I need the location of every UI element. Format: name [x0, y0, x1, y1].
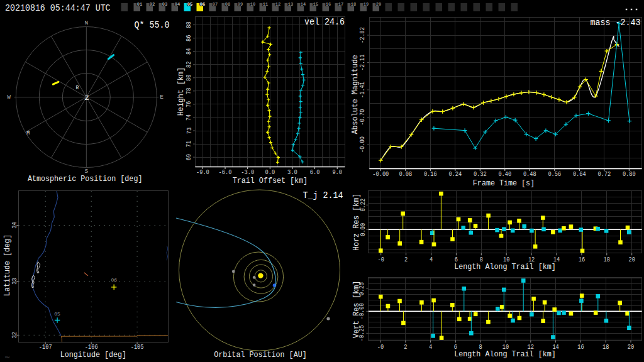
svg-text:14: 14 [301, 2, 306, 7]
svg-text:-2.82: -2.82 [358, 27, 366, 43]
svg-text:Latitude [deg]: Latitude [deg] [3, 234, 12, 296]
svg-text:76: 76 [186, 101, 193, 107]
svg-text:E: E [160, 94, 164, 101]
svg-text:0.56: 0.56 [548, 170, 561, 178]
svg-text:15: 15 [313, 2, 318, 7]
svg-text:Atmospheric Position [deg]: Atmospheric Position [deg] [28, 174, 143, 184]
svg-text:Q* 55.0: Q* 55.0 [135, 20, 170, 30]
svg-text:07: 07 [213, 2, 218, 7]
svg-text:05: 05 [187, 2, 192, 7]
svg-text:73: 73 [186, 128, 193, 134]
svg-text:-0.00: -0.00 [372, 170, 389, 178]
svg-text:03: 03 [162, 2, 167, 7]
svg-text:2: 2 [404, 343, 407, 351]
svg-text:18: 18 [602, 343, 609, 351]
svg-text:4: 4 [430, 256, 433, 263]
svg-text:05: 05 [54, 311, 60, 317]
svg-text:80: 80 [186, 75, 193, 81]
svg-text:0.16: 0.16 [424, 170, 437, 178]
svg-text:9.0: 9.0 [332, 168, 342, 176]
svg-text:01: 01 [137, 2, 142, 7]
svg-text:71: 71 [186, 141, 193, 147]
svg-text:0.32: 0.32 [474, 170, 487, 178]
svg-text:06: 06 [111, 277, 117, 283]
svg-text:vel 24.6: vel 24.6 [304, 17, 345, 27]
svg-text:4: 4 [429, 343, 432, 351]
svg-text:W: W [7, 94, 11, 101]
svg-text:0.64: 0.64 [573, 170, 586, 178]
svg-text:R: R [76, 85, 79, 90]
svg-text:20: 20 [376, 2, 381, 7]
svg-text:M: M [26, 130, 30, 136]
svg-text:-105: -105 [131, 343, 144, 351]
svg-text:Z: Z [85, 94, 89, 102]
svg-text:06: 06 [200, 2, 205, 7]
svg-text:Trail Offset [km]: Trail Offset [km] [233, 176, 308, 185]
svg-text:32: 32 [11, 332, 18, 338]
svg-text:16: 16 [577, 343, 584, 351]
svg-text:08: 08 [225, 2, 230, 7]
svg-text:3.0: 3.0 [287, 168, 297, 176]
svg-text:0.48: 0.48 [523, 170, 536, 178]
svg-text:Absolute Magnitude: Absolute Magnitude [350, 55, 360, 134]
svg-text:-0: -0 [378, 256, 384, 263]
svg-text:12: 12 [275, 2, 280, 7]
svg-text:18: 18 [604, 256, 610, 263]
svg-text:86: 86 [186, 35, 193, 41]
svg-text:20: 20 [628, 343, 634, 351]
svg-text:-3.0: -3.0 [241, 168, 254, 176]
svg-text:N: N [84, 19, 88, 26]
svg-text:6.0: 6.0 [310, 168, 320, 176]
svg-text:-0.00: -0.00 [358, 136, 366, 153]
svg-text:88: 88 [186, 21, 193, 28]
svg-text:Longitude [deg]: Longitude [deg] [60, 350, 126, 359]
svg-text:Length Along Trail [km]: Length Along Trail [km] [454, 262, 556, 272]
svg-text:mw: mw [5, 355, 10, 359]
svg-text:16: 16 [579, 256, 585, 263]
svg-text:0.24: 0.24 [448, 170, 462, 178]
svg-text:78: 78 [186, 88, 193, 94]
svg-text:Horz Res [km]: Horz Res [km] [352, 194, 362, 251]
svg-text:Length Along Trail [km]: Length Along Trail [km] [454, 349, 556, 359]
svg-text:04: 04 [175, 2, 180, 7]
svg-text:mass -2.43: mass -2.43 [591, 18, 641, 28]
svg-text:-107: -107 [39, 343, 52, 351]
svg-text:84: 84 [186, 48, 193, 55]
svg-text:-9.0: -9.0 [196, 168, 209, 176]
svg-text:Vert Res [km]: Vert Res [km] [352, 281, 361, 338]
svg-text:0.40: 0.40 [498, 170, 511, 178]
svg-text:16: 16 [326, 2, 331, 7]
svg-text:74: 74 [186, 114, 193, 121]
svg-text:13: 13 [288, 2, 293, 7]
svg-text:-0: -0 [377, 343, 384, 351]
svg-text:0.0: 0.0 [265, 168, 275, 176]
svg-text:02: 02 [150, 2, 155, 7]
svg-text:0.80: 0.80 [623, 170, 636, 178]
svg-text:2: 2 [404, 256, 408, 263]
svg-text:69: 69 [186, 154, 193, 160]
svg-text:Frame Time [s]: Frame Time [s] [473, 178, 535, 188]
svg-text:20: 20 [629, 256, 635, 263]
svg-text:09: 09 [238, 2, 243, 7]
svg-text:82: 82 [186, 62, 193, 68]
svg-text:34: 34 [11, 222, 18, 228]
svg-text:0.08: 0.08 [399, 170, 412, 178]
svg-text:20210816 05:44:47 UTC: 20210816 05:44:47 UTC [5, 3, 111, 13]
svg-text:Height [km]: Height [km] [177, 67, 186, 116]
svg-text:33: 33 [11, 278, 18, 284]
svg-text:18: 18 [351, 2, 356, 7]
svg-text:19: 19 [364, 2, 369, 7]
svg-text:Orbital Position [AU]: Orbital Position [AU] [214, 350, 306, 359]
svg-text:11: 11 [263, 2, 268, 7]
svg-text:T_j 2.14: T_j 2.14 [303, 190, 343, 200]
svg-text:17: 17 [338, 2, 343, 7]
svg-text:10: 10 [250, 2, 255, 7]
svg-text:-6.0: -6.0 [219, 168, 232, 176]
svg-text:0.72: 0.72 [597, 170, 611, 178]
